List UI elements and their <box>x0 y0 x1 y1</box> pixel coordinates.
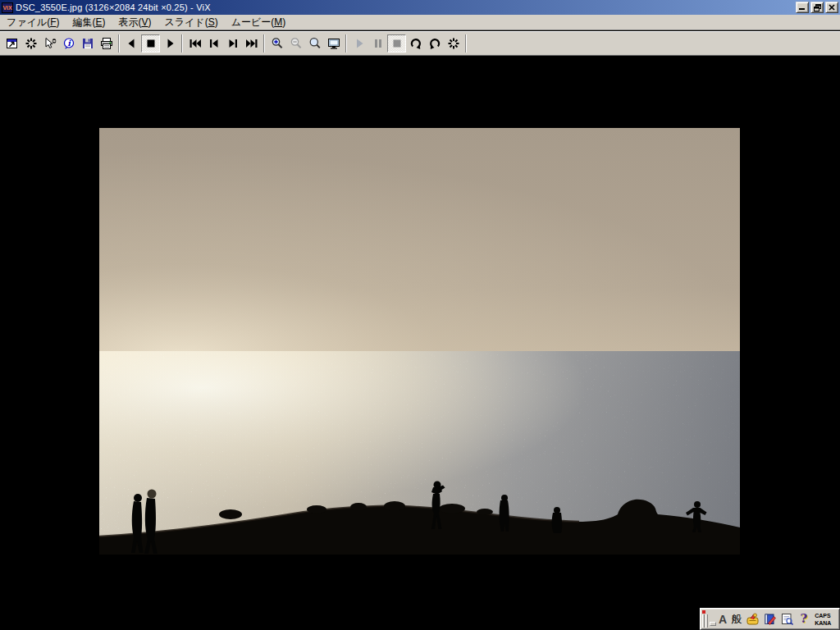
menu-slide[interactable]: スライド(S) <box>158 15 225 30</box>
ime-pad-button[interactable] <box>744 611 760 628</box>
minimize-icon <box>799 8 806 11</box>
image-info-button[interactable]: i <box>59 34 78 52</box>
toolbar-separator <box>465 34 467 52</box>
rotate-ccw-icon <box>428 37 441 50</box>
play-forward-button[interactable] <box>160 34 179 52</box>
toolbar-separator <box>181 34 183 52</box>
dictionary-icon <box>763 612 777 626</box>
title-bar[interactable]: ViX DSC_3550E.jpg (3126×2084 24bit ×0.25… <box>0 0 840 15</box>
cursor-burst-icon <box>43 37 57 50</box>
close-button[interactable] <box>825 2 838 13</box>
slideshow-pause-button[interactable] <box>368 34 387 52</box>
menu-view[interactable]: 表示(V) <box>112 15 158 30</box>
play-icon <box>353 37 366 50</box>
photo-image <box>99 128 740 555</box>
toolbar-separator <box>118 34 120 52</box>
stop-icon <box>390 37 404 50</box>
fit-window-button[interactable] <box>324 34 343 52</box>
play-backward-button[interactable] <box>122 34 141 52</box>
viewer-canvas <box>0 57 840 630</box>
floppy-disk-icon <box>81 37 94 50</box>
toolbar-separator <box>345 34 347 52</box>
burst-icon <box>25 37 38 50</box>
printer-icon <box>100 37 113 50</box>
restore-button[interactable] <box>810 2 824 13</box>
slideshow-play-button[interactable] <box>349 34 368 52</box>
zoom-actual-button[interactable] <box>305 34 324 52</box>
open-window-button[interactable] <box>2 34 21 52</box>
stop-direction-button[interactable] <box>141 34 160 52</box>
ime-minimize-notch[interactable] <box>710 622 716 626</box>
monitor-icon <box>327 37 340 50</box>
menu-movie[interactable]: ムービー(M) <box>225 15 293 30</box>
properties-icon <box>780 612 794 626</box>
next-image-button[interactable] <box>223 34 242 52</box>
caps-indicator[interactable]: CAPS <box>815 612 831 619</box>
ime-conversion-mode-button[interactable]: 般 <box>729 612 743 627</box>
pause-icon <box>372 37 385 50</box>
vix-application-window: ViX DSC_3550E.jpg (3126×2084 24bit ×0.25… <box>0 0 840 630</box>
zoom-in-icon <box>271 37 284 50</box>
skip-last-icon <box>245 37 258 50</box>
menu-file[interactable]: ファイル(F) <box>0 15 66 30</box>
close-icon <box>829 4 835 11</box>
ime-grip-handle[interactable] <box>701 610 709 628</box>
ime-input-mode-button[interactable]: A <box>717 613 728 626</box>
kana-indicator[interactable]: KANA <box>815 619 831 627</box>
previous-image-button[interactable] <box>204 34 223 52</box>
burst-icon <box>447 37 460 50</box>
forward-triangle-icon <box>163 37 176 50</box>
svg-text:?: ? <box>800 612 807 626</box>
save-button[interactable] <box>78 34 97 52</box>
zoom-in-button[interactable] <box>267 34 286 52</box>
window-arrow-icon <box>6 37 19 50</box>
last-image-button[interactable] <box>242 34 261 52</box>
skip-first-icon <box>189 37 202 50</box>
first-image-button[interactable] <box>185 34 204 52</box>
ime-dictionary-button[interactable] <box>761 611 778 628</box>
info-icon: i <box>62 37 75 50</box>
ime-lock-indicators: CAPS KANA <box>813 612 831 627</box>
window-title: DSC_3550E.jpg (3126×2084 24bit ×0.25) - … <box>16 2 792 12</box>
help-icon: ? ? <box>797 612 811 626</box>
zoom-out-icon <box>290 37 303 50</box>
restore-icon <box>814 4 821 11</box>
slideshow-stop-button[interactable] <box>387 34 406 52</box>
ime-properties-button[interactable] <box>778 611 795 628</box>
print-button[interactable] <box>97 34 116 52</box>
toolbar: i <box>0 31 840 56</box>
previous-icon <box>208 37 221 50</box>
ime-help-button[interactable]: ? ? <box>796 611 812 628</box>
rotate-clockwise-button[interactable] <box>406 34 425 52</box>
rotate-counterclockwise-button[interactable] <box>425 34 444 52</box>
burst-tool-button[interactable] <box>444 34 463 52</box>
app-icon[interactable]: ViX <box>2 2 13 13</box>
ime-status-dot <box>702 610 705 614</box>
rotate-cw-icon <box>409 37 422 50</box>
menu-edit[interactable]: 編集(E) <box>66 15 112 30</box>
back-triangle-icon <box>126 37 139 50</box>
fullscreen-button[interactable] <box>21 34 40 52</box>
zoom-out-button[interactable] <box>286 34 305 52</box>
ime-pad-icon <box>746 612 760 626</box>
magnifier-icon <box>308 37 322 50</box>
next-icon <box>226 37 240 50</box>
minimize-button[interactable] <box>796 2 809 13</box>
ime-language-bar[interactable]: A 般 ? <box>700 608 840 630</box>
stop-square-icon <box>144 37 158 50</box>
menu-bar: ファイル(F) 編集(E) 表示(V) スライド(S) ムービー(M) <box>0 15 840 30</box>
select-tool-button[interactable] <box>40 34 59 52</box>
toolbar-separator <box>263 34 265 52</box>
